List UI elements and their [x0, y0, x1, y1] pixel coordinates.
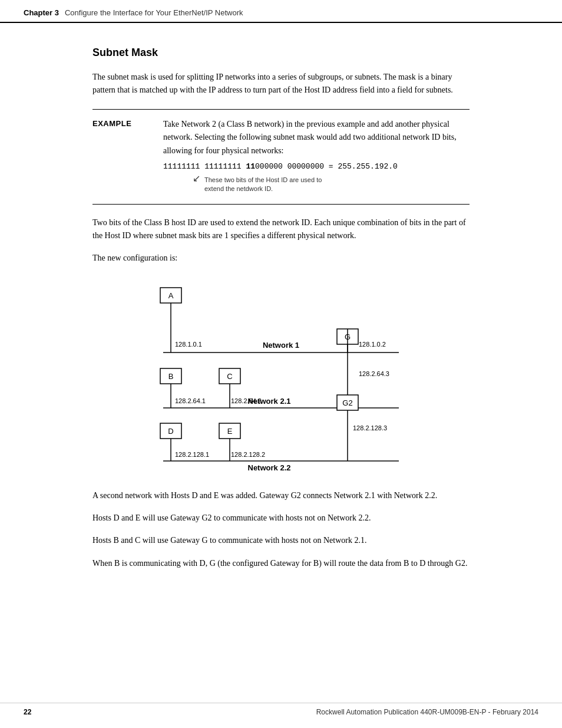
node-d-label: D: [168, 427, 173, 436]
node-c-label: C: [227, 372, 232, 381]
diagram-container: A 128.1.0.1 Network 1 G 128.1.0.2 128.2.…: [92, 277, 470, 477]
ip-128-2-64-3: 128.2.64.3: [359, 370, 389, 377]
ip-128-2-128-2: 128.2.128.2: [231, 451, 265, 458]
ip-128-1-0-1: 128.1.0.1: [175, 341, 202, 348]
node-b-label: B: [168, 372, 174, 381]
section-title: Subnet Mask: [92, 47, 470, 59]
example-text: Take Network 2 (a Class B network) in th…: [163, 118, 470, 157]
ip-128-2-64-1: 128.2.64.1: [175, 397, 206, 404]
main-content: Subnet Mask The subnet mask is used for …: [45, 23, 517, 615]
ip-128-2-128-1: 128.2.128.1: [175, 451, 209, 458]
example-box: EXAMPLE Take Network 2 (a Class B networ…: [92, 109, 470, 205]
annotation-text: These two bits of the Host ID are used t…: [204, 176, 322, 194]
annotation-wrapper: ↙ These two bits of the Host ID are used…: [163, 176, 470, 196]
network2-1-label: Network 2.1: [248, 397, 291, 406]
node-g2-label: G2: [342, 398, 352, 407]
para2: The new configuration is:: [92, 252, 470, 265]
page-footer: 22 Rockwell Automation Publication 440R-…: [0, 703, 562, 716]
para6: When B is communicating with D, G (the c…: [92, 557, 470, 570]
intro-paragraph: The subnet mask is used for splitting IP…: [92, 71, 470, 97]
network2-2-label: Network 2.2: [248, 463, 291, 472]
network1-label: Network 1: [263, 341, 299, 350]
header-title: Configure the Interface for Your EtherNe…: [65, 8, 243, 17]
binary-bold: 11: [246, 162, 255, 171]
para5: Hosts B and C will use Gateway G to comm…: [92, 534, 470, 547]
ip-128-2-128-3: 128.2.128.3: [353, 424, 387, 431]
binary-line: 11111111 11111111 11000000 00000000 = 25…: [163, 161, 470, 173]
para3: A second network with Hosts D and E was …: [92, 489, 470, 502]
publication-info: Rockwell Automation Publication 440R-UM0…: [316, 708, 538, 716]
example-label: EXAMPLE: [92, 118, 163, 196]
network-diagram: A 128.1.0.1 Network 1 G 128.1.0.2 128.2.…: [128, 277, 434, 477]
example-content: Take Network 2 (a Class B network) in th…: [163, 118, 470, 196]
para1: Two bits of the Class B host ID are used…: [92, 216, 470, 243]
node-e-label: E: [227, 427, 233, 436]
page-header: Chapter 3 Configure the Interface for Yo…: [0, 0, 562, 23]
annotation-arrow: ↙: [193, 171, 200, 186]
ip-128-1-0-2: 128.1.0.2: [359, 341, 386, 348]
para4: Hosts D and E will use Gateway G2 to com…: [92, 512, 470, 525]
page: Chapter 3 Configure the Interface for Yo…: [0, 0, 562, 728]
page-number: 22: [24, 708, 31, 716]
chapter-label: Chapter 3: [24, 8, 59, 17]
node-a-label: A: [168, 291, 174, 300]
